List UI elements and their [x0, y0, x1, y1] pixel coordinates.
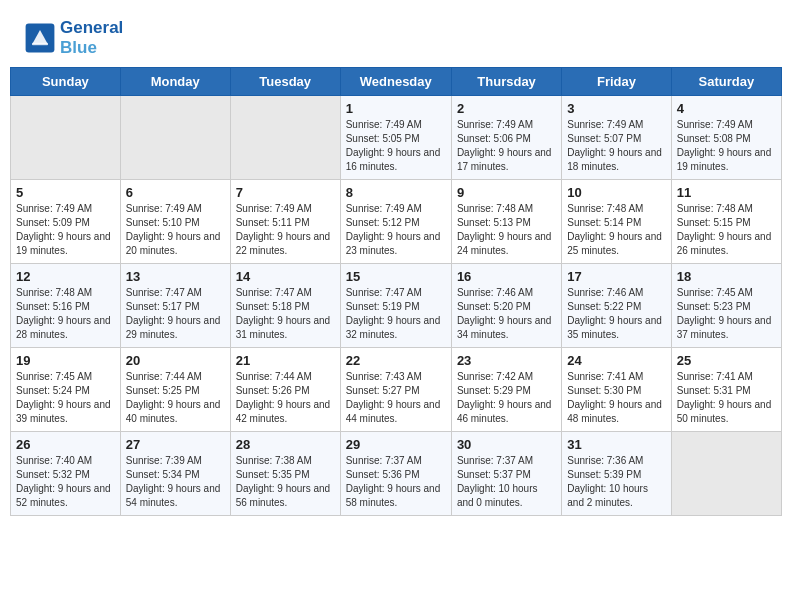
calendar-cell: 21Sunrise: 7:44 AMSunset: 5:26 PMDayligh… — [230, 348, 340, 432]
day-number: 19 — [16, 353, 115, 368]
calendar-table: SundayMondayTuesdayWednesdayThursdayFrid… — [10, 67, 782, 516]
calendar-cell: 17Sunrise: 7:46 AMSunset: 5:22 PMDayligh… — [562, 264, 671, 348]
day-info: Sunrise: 7:46 AMSunset: 5:20 PMDaylight:… — [457, 286, 556, 342]
day-number: 26 — [16, 437, 115, 452]
day-number: 11 — [677, 185, 776, 200]
day-number: 15 — [346, 269, 446, 284]
calendar-cell — [671, 432, 781, 516]
day-number: 22 — [346, 353, 446, 368]
day-number: 23 — [457, 353, 556, 368]
day-number: 9 — [457, 185, 556, 200]
weekday-header-saturday: Saturday — [671, 68, 781, 96]
calendar-cell: 14Sunrise: 7:47 AMSunset: 5:18 PMDayligh… — [230, 264, 340, 348]
day-info: Sunrise: 7:42 AMSunset: 5:29 PMDaylight:… — [457, 370, 556, 426]
svg-rect-2 — [32, 42, 48, 44]
calendar-week-2: 5Sunrise: 7:49 AMSunset: 5:09 PMDaylight… — [11, 180, 782, 264]
day-info: Sunrise: 7:39 AMSunset: 5:34 PMDaylight:… — [126, 454, 225, 510]
day-number: 20 — [126, 353, 225, 368]
calendar-cell: 13Sunrise: 7:47 AMSunset: 5:17 PMDayligh… — [120, 264, 230, 348]
calendar-cell: 26Sunrise: 7:40 AMSunset: 5:32 PMDayligh… — [11, 432, 121, 516]
day-number: 27 — [126, 437, 225, 452]
calendar-cell: 28Sunrise: 7:38 AMSunset: 5:35 PMDayligh… — [230, 432, 340, 516]
day-info: Sunrise: 7:48 AMSunset: 5:14 PMDaylight:… — [567, 202, 665, 258]
day-info: Sunrise: 7:49 AMSunset: 5:09 PMDaylight:… — [16, 202, 115, 258]
calendar-cell: 4Sunrise: 7:49 AMSunset: 5:08 PMDaylight… — [671, 96, 781, 180]
day-info: Sunrise: 7:49 AMSunset: 5:10 PMDaylight:… — [126, 202, 225, 258]
weekday-header-wednesday: Wednesday — [340, 68, 451, 96]
calendar-cell: 11Sunrise: 7:48 AMSunset: 5:15 PMDayligh… — [671, 180, 781, 264]
day-info: Sunrise: 7:45 AMSunset: 5:24 PMDaylight:… — [16, 370, 115, 426]
calendar-header-row: SundayMondayTuesdayWednesdayThursdayFrid… — [11, 68, 782, 96]
day-number: 25 — [677, 353, 776, 368]
calendar-cell: 16Sunrise: 7:46 AMSunset: 5:20 PMDayligh… — [451, 264, 561, 348]
day-info: Sunrise: 7:49 AMSunset: 5:11 PMDaylight:… — [236, 202, 335, 258]
calendar-week-1: 1Sunrise: 7:49 AMSunset: 5:05 PMDaylight… — [11, 96, 782, 180]
day-number: 14 — [236, 269, 335, 284]
calendar-cell: 25Sunrise: 7:41 AMSunset: 5:31 PMDayligh… — [671, 348, 781, 432]
calendar-week-4: 19Sunrise: 7:45 AMSunset: 5:24 PMDayligh… — [11, 348, 782, 432]
day-number: 28 — [236, 437, 335, 452]
day-number: 24 — [567, 353, 665, 368]
day-info: Sunrise: 7:45 AMSunset: 5:23 PMDaylight:… — [677, 286, 776, 342]
day-number: 1 — [346, 101, 446, 116]
calendar-cell: 7Sunrise: 7:49 AMSunset: 5:11 PMDaylight… — [230, 180, 340, 264]
day-info: Sunrise: 7:48 AMSunset: 5:13 PMDaylight:… — [457, 202, 556, 258]
calendar-week-3: 12Sunrise: 7:48 AMSunset: 5:16 PMDayligh… — [11, 264, 782, 348]
day-info: Sunrise: 7:49 AMSunset: 5:07 PMDaylight:… — [567, 118, 665, 174]
day-info: Sunrise: 7:40 AMSunset: 5:32 PMDaylight:… — [16, 454, 115, 510]
day-info: Sunrise: 7:37 AMSunset: 5:37 PMDaylight:… — [457, 454, 556, 510]
calendar-cell: 29Sunrise: 7:37 AMSunset: 5:36 PMDayligh… — [340, 432, 451, 516]
day-number: 3 — [567, 101, 665, 116]
logo: General Blue — [24, 18, 123, 57]
day-number: 29 — [346, 437, 446, 452]
day-info: Sunrise: 7:49 AMSunset: 5:05 PMDaylight:… — [346, 118, 446, 174]
day-info: Sunrise: 7:47 AMSunset: 5:19 PMDaylight:… — [346, 286, 446, 342]
calendar-cell: 24Sunrise: 7:41 AMSunset: 5:30 PMDayligh… — [562, 348, 671, 432]
day-info: Sunrise: 7:49 AMSunset: 5:08 PMDaylight:… — [677, 118, 776, 174]
day-number: 16 — [457, 269, 556, 284]
weekday-header-monday: Monday — [120, 68, 230, 96]
calendar-cell: 8Sunrise: 7:49 AMSunset: 5:12 PMDaylight… — [340, 180, 451, 264]
weekday-header-sunday: Sunday — [11, 68, 121, 96]
day-number: 4 — [677, 101, 776, 116]
calendar-cell: 12Sunrise: 7:48 AMSunset: 5:16 PMDayligh… — [11, 264, 121, 348]
calendar-cell: 3Sunrise: 7:49 AMSunset: 5:07 PMDaylight… — [562, 96, 671, 180]
day-number: 7 — [236, 185, 335, 200]
weekday-header-friday: Friday — [562, 68, 671, 96]
day-info: Sunrise: 7:43 AMSunset: 5:27 PMDaylight:… — [346, 370, 446, 426]
day-info: Sunrise: 7:37 AMSunset: 5:36 PMDaylight:… — [346, 454, 446, 510]
day-number: 12 — [16, 269, 115, 284]
calendar-cell: 31Sunrise: 7:36 AMSunset: 5:39 PMDayligh… — [562, 432, 671, 516]
calendar-cell — [230, 96, 340, 180]
day-number: 18 — [677, 269, 776, 284]
day-number: 31 — [567, 437, 665, 452]
day-info: Sunrise: 7:47 AMSunset: 5:17 PMDaylight:… — [126, 286, 225, 342]
day-number: 30 — [457, 437, 556, 452]
day-info: Sunrise: 7:48 AMSunset: 5:16 PMDaylight:… — [16, 286, 115, 342]
calendar-cell: 18Sunrise: 7:45 AMSunset: 5:23 PMDayligh… — [671, 264, 781, 348]
day-info: Sunrise: 7:44 AMSunset: 5:25 PMDaylight:… — [126, 370, 225, 426]
calendar-cell: 15Sunrise: 7:47 AMSunset: 5:19 PMDayligh… — [340, 264, 451, 348]
logo-text: General Blue — [60, 18, 123, 57]
calendar-week-5: 26Sunrise: 7:40 AMSunset: 5:32 PMDayligh… — [11, 432, 782, 516]
day-info: Sunrise: 7:38 AMSunset: 5:35 PMDaylight:… — [236, 454, 335, 510]
day-info: Sunrise: 7:46 AMSunset: 5:22 PMDaylight:… — [567, 286, 665, 342]
day-info: Sunrise: 7:47 AMSunset: 5:18 PMDaylight:… — [236, 286, 335, 342]
calendar-cell: 9Sunrise: 7:48 AMSunset: 5:13 PMDaylight… — [451, 180, 561, 264]
day-number: 21 — [236, 353, 335, 368]
calendar-cell: 19Sunrise: 7:45 AMSunset: 5:24 PMDayligh… — [11, 348, 121, 432]
calendar-cell: 23Sunrise: 7:42 AMSunset: 5:29 PMDayligh… — [451, 348, 561, 432]
calendar-cell: 30Sunrise: 7:37 AMSunset: 5:37 PMDayligh… — [451, 432, 561, 516]
day-info: Sunrise: 7:49 AMSunset: 5:06 PMDaylight:… — [457, 118, 556, 174]
day-number: 17 — [567, 269, 665, 284]
calendar-cell: 1Sunrise: 7:49 AMSunset: 5:05 PMDaylight… — [340, 96, 451, 180]
calendar-cell — [120, 96, 230, 180]
calendar-cell: 5Sunrise: 7:49 AMSunset: 5:09 PMDaylight… — [11, 180, 121, 264]
day-info: Sunrise: 7:49 AMSunset: 5:12 PMDaylight:… — [346, 202, 446, 258]
day-number: 13 — [126, 269, 225, 284]
calendar-cell: 27Sunrise: 7:39 AMSunset: 5:34 PMDayligh… — [120, 432, 230, 516]
page-header: General Blue — [0, 0, 792, 67]
logo-icon — [24, 22, 56, 54]
calendar-cell — [11, 96, 121, 180]
day-number: 8 — [346, 185, 446, 200]
